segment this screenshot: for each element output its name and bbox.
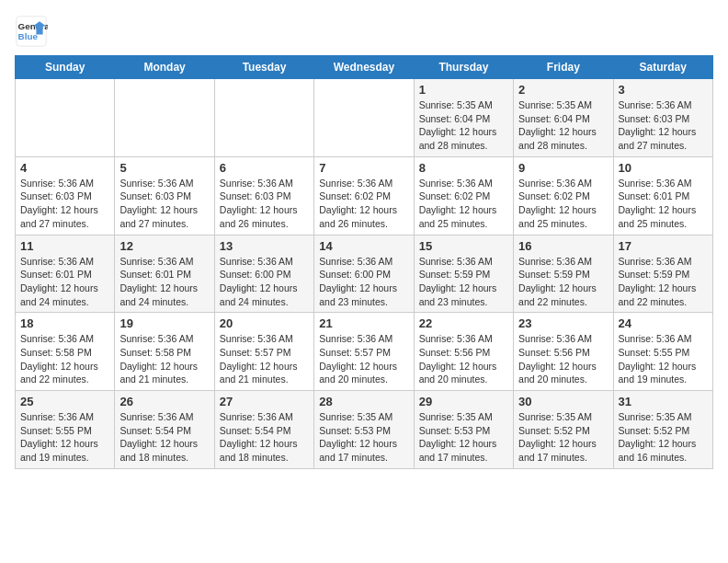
week-row-3: 18Sunrise: 5:36 AMSunset: 5:58 PMDayligh…	[16, 313, 713, 391]
calendar-cell: 23Sunrise: 5:36 AMSunset: 5:56 PMDayligh…	[514, 313, 613, 391]
day-number: 3	[619, 83, 708, 97]
cell-info: Sunrise: 5:36 AMSunset: 5:56 PMDaylight:…	[419, 332, 508, 386]
week-row-1: 4Sunrise: 5:36 AMSunset: 6:03 PMDaylight…	[16, 156, 713, 235]
svg-text:General: General	[18, 21, 48, 31]
week-row-4: 25Sunrise: 5:36 AMSunset: 5:55 PMDayligh…	[16, 391, 713, 469]
calendar-cell: 9Sunrise: 5:36 AMSunset: 6:02 PMDaylight…	[514, 156, 613, 235]
calendar-cell: 11Sunrise: 5:36 AMSunset: 6:01 PMDayligh…	[16, 235, 115, 313]
calendar-cell: 27Sunrise: 5:36 AMSunset: 5:54 PMDayligh…	[214, 391, 313, 469]
day-number: 11	[20, 239, 109, 253]
cell-info: Sunrise: 5:35 AMSunset: 5:52 PMDaylight:…	[619, 410, 708, 465]
calendar-cell: 19Sunrise: 5:36 AMSunset: 5:58 PMDayligh…	[115, 313, 214, 391]
cell-info: Sunrise: 5:36 AMSunset: 6:03 PMDaylight:…	[220, 177, 309, 231]
day-number: 7	[319, 161, 408, 175]
calendar-cell: 20Sunrise: 5:36 AMSunset: 5:57 PMDayligh…	[214, 313, 313, 391]
cell-info: Sunrise: 5:36 AMSunset: 6:01 PMDaylight:…	[619, 177, 708, 231]
calendar-cell	[214, 79, 313, 157]
calendar-cell: 26Sunrise: 5:36 AMSunset: 5:54 PMDayligh…	[115, 391, 214, 469]
day-number: 6	[220, 161, 309, 175]
cell-info: Sunrise: 5:35 AMSunset: 6:04 PMDaylight:…	[419, 98, 508, 153]
day-number: 26	[119, 395, 209, 408]
calendar-cell: 22Sunrise: 5:36 AMSunset: 5:56 PMDayligh…	[414, 313, 513, 391]
calendar-cell: 14Sunrise: 5:36 AMSunset: 6:00 PMDayligh…	[314, 235, 414, 313]
calendar-cell: 1Sunrise: 5:35 AMSunset: 6:04 PMDaylight…	[414, 79, 513, 157]
calendar-cell: 7Sunrise: 5:36 AMSunset: 6:02 PMDaylight…	[314, 156, 414, 235]
cell-info: Sunrise: 5:36 AMSunset: 5:59 PMDaylight:…	[419, 255, 508, 309]
col-monday: Monday	[115, 56, 214, 79]
day-number: 22	[419, 316, 508, 330]
calendar-cell: 15Sunrise: 5:36 AMSunset: 5:59 PMDayligh…	[414, 235, 513, 313]
logo-icon: General Blue	[15, 15, 48, 48]
calendar-cell: 30Sunrise: 5:35 AMSunset: 5:52 PMDayligh…	[514, 391, 613, 469]
day-number: 12	[119, 239, 209, 253]
calendar-cell: 12Sunrise: 5:36 AMSunset: 6:01 PMDayligh…	[115, 235, 214, 313]
calendar-cell: 18Sunrise: 5:36 AMSunset: 5:58 PMDayligh…	[16, 313, 115, 391]
cell-info: Sunrise: 5:36 AMSunset: 5:59 PMDaylight:…	[518, 255, 608, 309]
cell-info: Sunrise: 5:36 AMSunset: 5:57 PMDaylight:…	[319, 332, 408, 386]
cell-info: Sunrise: 5:36 AMSunset: 6:01 PMDaylight:…	[119, 255, 209, 309]
day-number: 24	[619, 316, 708, 330]
day-number: 20	[220, 316, 309, 330]
cell-info: Sunrise: 5:36 AMSunset: 5:57 PMDaylight:…	[220, 332, 309, 386]
day-number: 30	[518, 395, 608, 408]
day-number: 10	[619, 161, 708, 175]
day-number: 15	[419, 239, 508, 253]
calendar-cell: 2Sunrise: 5:35 AMSunset: 6:04 PMDaylight…	[514, 79, 613, 157]
cell-info: Sunrise: 5:36 AMSunset: 6:03 PMDaylight:…	[20, 177, 109, 231]
calendar-table: Sunday Monday Tuesday Wednesday Thursday…	[15, 55, 713, 469]
cell-info: Sunrise: 5:36 AMSunset: 6:02 PMDaylight:…	[319, 177, 408, 231]
calendar-cell: 28Sunrise: 5:35 AMSunset: 5:53 PMDayligh…	[314, 391, 414, 469]
col-thursday: Thursday	[414, 56, 513, 79]
cell-info: Sunrise: 5:35 AMSunset: 5:53 PMDaylight:…	[419, 410, 508, 465]
cell-info: Sunrise: 5:36 AMSunset: 6:00 PMDaylight:…	[319, 255, 408, 309]
cell-info: Sunrise: 5:36 AMSunset: 5:58 PMDaylight:…	[20, 332, 109, 386]
day-number: 28	[319, 395, 408, 408]
calendar-cell: 4Sunrise: 5:36 AMSunset: 6:03 PMDaylight…	[16, 156, 115, 235]
calendar-cell: 8Sunrise: 5:36 AMSunset: 6:02 PMDaylight…	[414, 156, 513, 235]
cell-info: Sunrise: 5:36 AMSunset: 6:03 PMDaylight:…	[619, 98, 708, 153]
cell-info: Sunrise: 5:36 AMSunset: 5:55 PMDaylight:…	[20, 410, 109, 465]
day-number: 2	[518, 83, 608, 97]
col-friday: Friday	[514, 56, 613, 79]
day-number: 16	[518, 239, 608, 253]
cell-info: Sunrise: 5:36 AMSunset: 6:03 PMDaylight:…	[119, 177, 209, 231]
cell-info: Sunrise: 5:36 AMSunset: 5:58 PMDaylight:…	[119, 332, 209, 386]
col-saturday: Saturday	[613, 56, 712, 79]
cell-info: Sunrise: 5:36 AMSunset: 6:01 PMDaylight:…	[20, 255, 109, 309]
calendar-cell	[16, 79, 115, 157]
calendar-cell: 17Sunrise: 5:36 AMSunset: 5:59 PMDayligh…	[613, 235, 712, 313]
day-number: 29	[419, 395, 508, 408]
calendar-body: 1Sunrise: 5:35 AMSunset: 6:04 PMDaylight…	[16, 79, 713, 469]
week-row-2: 11Sunrise: 5:36 AMSunset: 6:01 PMDayligh…	[16, 235, 713, 313]
cell-info: Sunrise: 5:35 AMSunset: 5:53 PMDaylight:…	[319, 410, 408, 465]
day-number: 17	[619, 239, 708, 253]
calendar-cell: 13Sunrise: 5:36 AMSunset: 6:00 PMDayligh…	[214, 235, 313, 313]
cell-info: Sunrise: 5:36 AMSunset: 5:59 PMDaylight:…	[619, 255, 708, 309]
logo: General Blue	[15, 15, 48, 48]
calendar-cell: 21Sunrise: 5:36 AMSunset: 5:57 PMDayligh…	[314, 313, 414, 391]
day-number: 4	[20, 161, 109, 175]
calendar-cell: 24Sunrise: 5:36 AMSunset: 5:55 PMDayligh…	[613, 313, 712, 391]
cell-info: Sunrise: 5:35 AMSunset: 6:04 PMDaylight:…	[518, 98, 608, 153]
calendar-cell: 29Sunrise: 5:35 AMSunset: 5:53 PMDayligh…	[414, 391, 513, 469]
cell-info: Sunrise: 5:36 AMSunset: 6:02 PMDaylight:…	[518, 177, 608, 231]
calendar-cell: 25Sunrise: 5:36 AMSunset: 5:55 PMDayligh…	[16, 391, 115, 469]
header-row: Sunday Monday Tuesday Wednesday Thursday…	[16, 56, 713, 79]
day-number: 1	[419, 83, 508, 97]
cell-info: Sunrise: 5:35 AMSunset: 5:52 PMDaylight:…	[518, 410, 608, 465]
col-wednesday: Wednesday	[314, 56, 414, 79]
day-number: 14	[319, 239, 408, 253]
day-number: 5	[119, 161, 209, 175]
calendar-cell	[115, 79, 214, 157]
cell-info: Sunrise: 5:36 AMSunset: 5:56 PMDaylight:…	[518, 332, 608, 386]
calendar-cell	[314, 79, 414, 157]
cell-info: Sunrise: 5:36 AMSunset: 6:02 PMDaylight:…	[419, 177, 508, 231]
day-number: 13	[220, 239, 309, 253]
cell-info: Sunrise: 5:36 AMSunset: 5:54 PMDaylight:…	[119, 410, 209, 465]
day-number: 27	[220, 395, 309, 408]
day-number: 31	[619, 395, 708, 408]
calendar-cell: 16Sunrise: 5:36 AMSunset: 5:59 PMDayligh…	[514, 235, 613, 313]
svg-text:Blue: Blue	[18, 31, 39, 41]
page-header: General Blue	[15, 15, 713, 48]
calendar-header: Sunday Monday Tuesday Wednesday Thursday…	[16, 56, 713, 79]
